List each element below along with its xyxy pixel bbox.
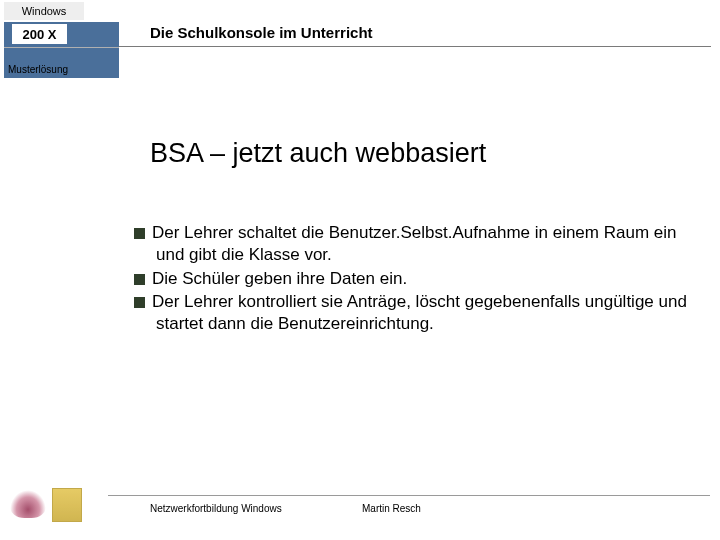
logo-crest-icon — [52, 488, 82, 522]
bullet-text: Der Lehrer kontrolliert sie Anträge, lös… — [152, 292, 687, 333]
bullet-item: Der Lehrer schaltet die Benutzer.Selbst.… — [134, 222, 694, 266]
footer-right-text: Martin Resch — [362, 503, 421, 514]
header-windows-text: Windows — [22, 5, 67, 17]
bullet-list: Der Lehrer schaltet die Benutzer.Selbst.… — [134, 222, 694, 337]
header-windows-box: Windows — [4, 2, 84, 20]
bullet-square-icon — [134, 274, 145, 285]
slide: Windows 200 X Die Schulkonsole im Unterr… — [0, 0, 720, 540]
logo-left-icon — [10, 490, 46, 518]
header-subtitle-text: Musterlösung — [8, 64, 68, 75]
header-title: Die Schulkonsole im Unterricht — [150, 24, 373, 41]
bullet-item: Die Schüler geben ihre Daten ein. — [134, 268, 694, 290]
slide-title: BSA – jetzt auch webbasiert — [150, 138, 486, 169]
header-version-box: 200 X — [12, 24, 67, 44]
header-version-text: 200 X — [23, 27, 57, 42]
bullet-square-icon — [134, 228, 145, 239]
bullet-text: Der Lehrer schaltet die Benutzer.Selbst.… — [152, 223, 676, 264]
footer-rule — [108, 495, 710, 496]
bullet-item: Der Lehrer kontrolliert sie Anträge, lös… — [134, 291, 694, 335]
footer-left-text: Netzwerkfortbildung Windows — [150, 503, 282, 514]
bullet-text: Die Schüler geben ihre Daten ein. — [152, 269, 407, 288]
bullet-square-icon — [134, 297, 145, 308]
header-underline — [119, 46, 711, 47]
